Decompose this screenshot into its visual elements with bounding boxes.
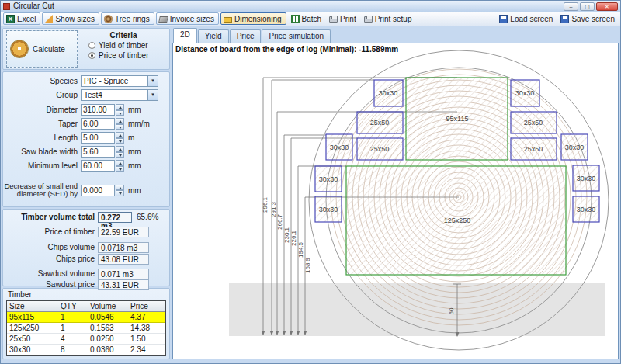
timber-volume-total-value: 0.272 m3 <box>98 212 132 223</box>
table-row[interactable]: 125x250 1 0.1563 14.38 <box>7 323 165 334</box>
minimum-level-row: Minimum level 60.00 mm <box>3 160 166 172</box>
maximize-button[interactable]: ▢ <box>580 2 595 11</box>
svg-text:30x30: 30x30 <box>577 175 596 182</box>
sawdust-volume-row: Sawdust volume 0.071 m3 <box>3 269 166 279</box>
log-diagram: 30x30 95x115 30x30 25x50 25x50 30x30 25x… <box>173 43 610 355</box>
minimum-level-stepper[interactable] <box>116 160 124 172</box>
tab-price-simulation[interactable]: Price simulation <box>262 29 331 43</box>
invoice-sizes-icon <box>158 16 168 23</box>
toolbar-button-print-setup[interactable]: Print setup <box>361 12 415 25</box>
svg-text:266.7: 266.7 <box>276 213 283 230</box>
timber-volume-total-row: Timber volume total 0.272 m3 65.6% <box>3 212 166 223</box>
tab-2d[interactable]: 2D <box>173 28 197 43</box>
toolbar-button-print[interactable]: Print <box>326 12 359 25</box>
svg-text:25x50: 25x50 <box>370 145 390 153</box>
table-row[interactable]: 25x50 4 0.0250 1.50 <box>7 334 165 345</box>
criteria-section: Calculate Criteria Yield of timber Price… <box>2 28 170 70</box>
chevron-down-icon[interactable]: ▼ <box>147 90 158 100</box>
log-cross-section-canvas: Distance of board from the edge of log (… <box>172 43 619 359</box>
diameter-label: Diameter <box>3 106 81 114</box>
species-row: Species PIC - Spruce ▼ <box>3 75 166 87</box>
save-screen-icon <box>560 15 569 23</box>
minimum-level-input[interactable]: 60.00 <box>81 160 115 172</box>
saw-blade-width-stepper[interactable] <box>116 146 124 158</box>
radio-icon-selected[interactable] <box>88 52 95 59</box>
sed-decrease-row: Decrease of small end diameter (SED) by … <box>3 182 166 198</box>
sidebar: Calculate Criteria Yield of timber Price… <box>2 28 170 359</box>
calculate-button[interactable]: Calculate <box>6 30 78 68</box>
totals-section: Timber volume total 0.272 m3 65.6% Price… <box>2 209 170 286</box>
toolbar-button-save-screen[interactable]: Save screen <box>557 12 618 25</box>
chips-price-value: 43.08 EUR <box>98 254 149 265</box>
show-sizes-icon <box>45 15 53 23</box>
toolbar-button-show-sizes[interactable]: Show sizes <box>42 12 99 25</box>
toolbar-button-excel[interactable]: X Excel <box>3 12 40 25</box>
toolbar-button-tree-rings[interactable]: Tree rings <box>101 12 154 25</box>
svg-text:30x30: 30x30 <box>330 144 349 151</box>
parameters-section: Species PIC - Spruce ▼ Group Test4 ▼ Dia… <box>2 71 170 207</box>
minimize-button[interactable]: – <box>564 2 578 11</box>
svg-text:25x50: 25x50 <box>524 119 543 127</box>
sawdust-volume-label: Sawdust volume <box>3 269 98 278</box>
dimensioning-icon <box>224 17 232 23</box>
group-select[interactable]: Test4 ▼ <box>81 89 158 101</box>
tab-price[interactable]: Price <box>230 29 262 43</box>
svg-text:168.9: 168.9 <box>304 257 311 273</box>
radio-price-of-timber[interactable]: Price of timber <box>88 51 166 60</box>
board-layout <box>315 78 599 275</box>
svg-text:30x30: 30x30 <box>565 144 585 151</box>
svg-text:230.1: 230.1 <box>283 227 290 243</box>
dimension-labels: 296.1 291.3 266.7 230.1 226.1 194.5 168.… <box>262 196 311 273</box>
svg-text:296.1: 296.1 <box>262 196 269 213</box>
length-input[interactable]: 5.00 <box>81 132 115 144</box>
length-label: Length <box>3 133 81 142</box>
sed-decrease-input[interactable]: 0.000 <box>81 185 115 196</box>
close-button[interactable]: ✕ <box>596 2 618 11</box>
taper-stepper[interactable] <box>116 118 124 130</box>
toolbar-button-dimensioning[interactable]: Dimensioning <box>220 12 286 25</box>
saw-blade-width-label: Saw blade width <box>3 147 81 156</box>
window-title: Circular Cut <box>13 2 562 11</box>
main-pane: 2D Yield Price Price simulation Distance… <box>172 28 619 359</box>
timber-section-title: Timber <box>8 290 166 299</box>
saw-blade-width-input[interactable]: 5.60 <box>81 146 115 158</box>
length-stepper[interactable] <box>116 132 124 144</box>
timber-volume-percent: 65.6% <box>137 213 158 221</box>
svg-text:95x115: 95x115 <box>446 115 469 123</box>
tab-bar: 2D Yield Price Price simulation <box>172 28 619 43</box>
svg-text:30x30: 30x30 <box>319 206 338 213</box>
app-icon <box>3 3 10 10</box>
taper-label: Taper <box>3 120 81 128</box>
svg-text:30x30: 30x30 <box>515 89 535 97</box>
toolbar-button-batch[interactable]: Batch <box>288 12 325 25</box>
group-row: Group Test4 ▼ <box>3 89 166 101</box>
sawdust-price-label: Sawdust price <box>3 280 98 289</box>
table-row[interactable]: 95x115 1 0.0546 4.37 <box>7 312 165 323</box>
taper-row: Taper 6.00 mm/m <box>3 118 166 130</box>
length-row: Length 5.00 m <box>3 132 166 144</box>
table-row[interactable]: 30x30 8 0.0360 2.34 <box>7 345 165 355</box>
svg-text:226.1: 226.1 <box>290 230 297 246</box>
svg-text:60: 60 <box>448 307 455 314</box>
taper-input[interactable]: 6.00 <box>81 118 115 130</box>
svg-text:25x50: 25x50 <box>370 119 390 127</box>
species-select[interactable]: PIC - Spruce ▼ <box>81 75 158 87</box>
print-icon <box>329 16 338 23</box>
chevron-down-icon[interactable]: ▼ <box>147 76 158 86</box>
tab-yield[interactable]: Yield <box>198 29 229 43</box>
timber-section: Timber Size QTY Volume Price 95x115 1 0.… <box>2 288 170 359</box>
app-window: Circular Cut – ▢ ✕ X Excel Show sizes Tr… <box>0 0 621 364</box>
toolbar-button-invoice-sizes[interactable]: Invoice sizes <box>156 12 219 25</box>
saw-blade-width-row: Saw blade width 5.60 mm <box>3 146 166 158</box>
svg-text:125x250: 125x250 <box>444 217 471 224</box>
diameter-stepper[interactable] <box>116 104 124 116</box>
radio-icon[interactable] <box>88 42 95 49</box>
chips-volume-row: Chips volume 0.0718 m3 <box>3 242 166 253</box>
sawdust-volume-value: 0.071 m3 <box>98 269 149 279</box>
diameter-input[interactable]: 310.00 <box>81 104 115 116</box>
tree-rings-icon <box>104 15 113 23</box>
toolbar-button-load-screen[interactable]: Load screen <box>496 12 556 25</box>
excel-icon: X <box>6 15 15 23</box>
radio-yield-of-timber[interactable]: Yield of timber <box>88 41 166 50</box>
sed-decrease-stepper[interactable] <box>116 185 124 196</box>
